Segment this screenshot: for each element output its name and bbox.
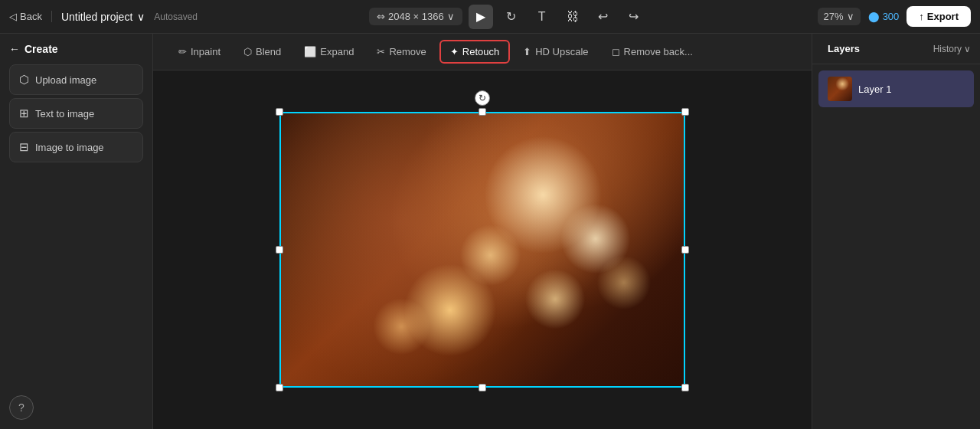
sidebar-item-upload[interactable]: ⬡ Upload image — [9, 64, 143, 95]
project-name-area[interactable]: Untitled project ∨ — [61, 11, 145, 23]
undo-button[interactable]: ↩ — [591, 5, 616, 29]
zoom-selector[interactable]: 27% ∨ — [818, 8, 861, 25]
hd-upscale-icon: ⬆ — [523, 46, 531, 57]
layer-item[interactable]: Layer 1 — [818, 70, 974, 107]
remove-bg-label: Remove back... — [624, 46, 693, 57]
credits-icon: ⬤ — [868, 11, 880, 22]
hd-upscale-tool[interactable]: ⬆ HD Upscale — [513, 41, 598, 63]
redo-button[interactable]: ↪ — [622, 5, 646, 29]
handle-middle-left[interactable] — [276, 246, 283, 254]
remove-icon: ✂ — [377, 46, 385, 57]
remove-bg-icon: ◻ — [612, 46, 620, 57]
expand-tool[interactable]: ⬜ Expand — [294, 41, 364, 63]
blend-icon: ⬡ — [243, 46, 252, 57]
expand-icon: ⬜ — [304, 46, 316, 57]
zoom-value: 27% — [824, 11, 844, 22]
credits-display: ⬤ 300 — [868, 11, 900, 22]
remove-background-tool[interactable]: ◻ Remove back... — [602, 41, 703, 63]
canvas-area: ✏ Inpaint ⬡ Blend ⬜ Expand ✂ Remove ✦ Re… — [153, 34, 812, 429]
inpaint-label: Inpaint — [191, 46, 220, 57]
select-tool-button[interactable]: ▶ — [469, 5, 493, 29]
handle-rotate[interactable]: ↻ — [475, 90, 490, 106]
autosaved-status: Autosaved — [154, 11, 198, 22]
rotate-tool-button[interactable]: ↻ — [499, 5, 524, 29]
layer-name: Layer 1 — [858, 84, 891, 95]
right-sidebar: Layers History ∨ Layer 1 — [812, 34, 980, 429]
export-icon: ↑ — [919, 11, 924, 22]
sidebar-back-icon: ← — [9, 43, 20, 55]
remove-tool[interactable]: ✂ Remove — [367, 41, 436, 63]
blend-label: Blend — [256, 46, 281, 57]
retouch-tool[interactable]: ✦ Retouch — [439, 40, 510, 64]
dimensions-value: 2048 × 1366 — [388, 11, 444, 22]
canvas-image — [279, 112, 685, 388]
handle-middle-right[interactable] — [681, 246, 689, 254]
img-img-icon: ⊟ — [19, 140, 29, 154]
back-button[interactable]: ◁ Back — [9, 11, 52, 22]
sidebar-header: ← Create — [9, 43, 143, 55]
remove-label: Remove — [389, 46, 426, 57]
zoom-chevron-icon: ∨ — [847, 11, 854, 22]
upload-label: Upload image — [35, 74, 96, 86]
img-img-label: Image to image — [35, 142, 104, 153]
text-tool-button[interactable]: T — [530, 5, 554, 29]
link-tool-button[interactable]: ⛓ — [560, 5, 585, 29]
topbar-center: ⇔ 2048 × 1366 ∨ ▶ ↻ T ⛓ ↩ ↪ — [207, 5, 808, 29]
history-tab-label: History — [933, 44, 962, 54]
blend-tool[interactable]: ⬡ Blend — [234, 41, 291, 63]
handle-bottom-right[interactable] — [681, 384, 689, 391]
help-icon: ? — [18, 401, 24, 414]
history-chevron-icon: ∨ — [964, 44, 971, 54]
dimensions-selector[interactable]: ⇔ 2048 × 1366 ∨ — [369, 8, 462, 25]
text-image-label: Text to image — [35, 108, 94, 120]
main-layout: ← Create ⬡ Upload image ⊞ Text to image … — [0, 34, 980, 429]
upload-icon: ⬡ — [19, 73, 29, 87]
handle-top-middle[interactable] — [479, 108, 486, 116]
sidebar-title: Create — [24, 43, 58, 55]
resize-icon: ⇔ — [377, 11, 385, 22]
back-label: Back — [20, 11, 42, 22]
credits-value: 300 — [883, 11, 900, 22]
handle-bottom-middle[interactable] — [479, 384, 486, 391]
handle-top-left[interactable] — [276, 108, 283, 116]
inpaint-tool[interactable]: ✏ Inpaint — [168, 41, 230, 63]
project-name: Untitled project — [61, 11, 132, 23]
tab-history[interactable]: History ∨ — [933, 44, 971, 54]
left-sidebar: ← Create ⬡ Upload image ⊞ Text to image … — [0, 34, 153, 429]
sidebar-item-text-to-image[interactable]: ⊞ Text to image — [9, 98, 143, 129]
retouch-icon: ✦ — [450, 46, 459, 57]
retouch-label: Retouch — [462, 46, 499, 57]
tools-toolbar: ✏ Inpaint ⬡ Blend ⬜ Expand ✂ Remove ✦ Re… — [153, 34, 812, 70]
dims-chevron-icon: ∨ — [447, 11, 455, 22]
help-button[interactable]: ? — [9, 395, 34, 420]
expand-label: Expand — [320, 46, 354, 57]
topbar: ◁ Back Untitled project ∨ Autosaved ⇔ 20… — [0, 0, 980, 34]
hd-upscale-label: HD Upscale — [535, 46, 588, 57]
handle-top-right[interactable] — [681, 108, 689, 116]
right-sidebar-tabs: Layers History ∨ — [812, 34, 980, 64]
export-button[interactable]: ↑ Export — [906, 6, 971, 27]
sidebar-item-image-to-image[interactable]: ⊟ Image to image — [9, 132, 143, 162]
canvas-wrapper[interactable]: ↻ — [153, 70, 812, 429]
topbar-right: 27% ∨ ⬤ 300 ↑ Export — [818, 6, 971, 27]
export-label: Export — [927, 11, 959, 22]
layer-thumbnail — [828, 77, 852, 101]
handle-bottom-left[interactable] — [276, 384, 283, 391]
project-chevron-icon: ∨ — [137, 11, 145, 23]
inpaint-icon: ✏ — [178, 46, 187, 57]
back-icon: ◁ — [9, 11, 17, 22]
tab-layers[interactable]: Layers — [822, 40, 866, 57]
text-image-icon: ⊞ — [19, 106, 29, 120]
sidebar-bottom: ? — [9, 395, 143, 420]
image-container[interactable]: ↻ — [279, 112, 685, 388]
